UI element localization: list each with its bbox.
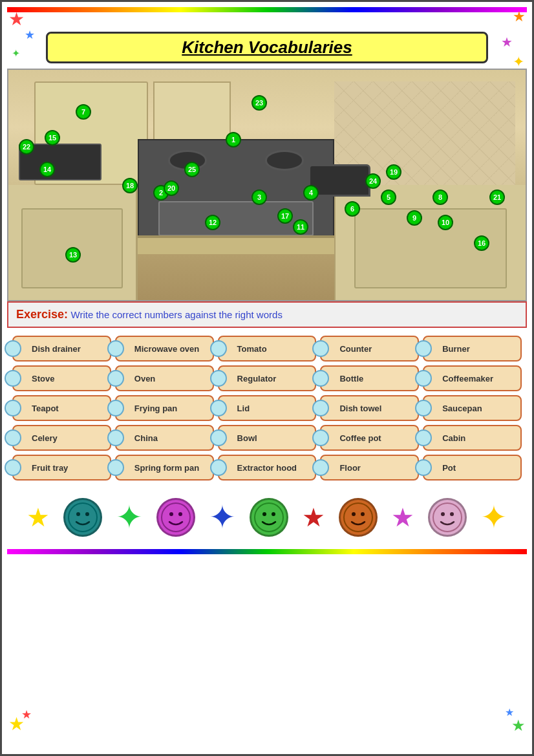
svg-point-0: [69, 503, 97, 532]
green-star-4pt: ✦: [116, 499, 143, 536]
num-label-8: 8: [433, 189, 448, 205]
svg-point-7: [262, 512, 266, 516]
num-label-17: 17: [277, 208, 293, 224]
answer-bubble-0-0[interactable]: [5, 340, 21, 357]
answer-bubble-0-4[interactable]: [415, 340, 432, 357]
purple-smiley-deco: [156, 498, 195, 537]
corner-star-tr: ★: [513, 8, 526, 25]
answer-bubble-3-0[interactable]: [5, 429, 21, 446]
answer-bubble-3-2[interactable]: [210, 429, 227, 446]
answer-bubble-1-2[interactable]: [210, 370, 227, 387]
vocab-cell-2-0: Teapot: [12, 395, 111, 421]
vocab-term-0-2: Tomato: [237, 344, 267, 354]
vocab-term-2-3: Dish towel: [339, 404, 381, 413]
vocab-cell-2-1: Frying pan: [115, 395, 214, 421]
rainbow-border-top: [7, 7, 527, 12]
answer-bubble-4-2[interactable]: [210, 459, 227, 476]
answer-bubble-2-0[interactable]: [5, 400, 21, 416]
vocab-term-0-4: Burner: [442, 344, 470, 354]
red-star-deco: ★: [302, 502, 325, 532]
vocab-cell-1-0: Stove: [12, 365, 111, 391]
purple-star-deco: ★: [391, 502, 414, 532]
svg-point-6: [255, 503, 283, 532]
vocab-term-0-1: Microwave oven: [134, 344, 199, 354]
num-label-1: 1: [226, 132, 241, 147]
pink-smiley-deco: [428, 498, 467, 537]
num-label-16: 16: [474, 235, 489, 251]
num-label-3: 3: [251, 189, 267, 205]
svg-point-5: [178, 512, 182, 516]
vocab-cell-4-1: Spring form pan: [115, 455, 214, 481]
kitchen-image-area: 1234567891011121314151617181920212223242…: [7, 69, 527, 301]
vocab-cell-1-2: Regulator: [218, 365, 317, 391]
exercise-text: Write the correct numbers against the ri…: [71, 309, 283, 320]
num-label-14: 14: [39, 162, 55, 177]
answer-bubble-1-0[interactable]: [5, 370, 21, 387]
answer-bubble-4-0[interactable]: [5, 459, 21, 476]
vocab-cell-3-2: Bowl: [218, 425, 317, 451]
svg-point-8: [272, 512, 275, 516]
vocab-cell-4-4: Pot: [423, 455, 522, 481]
vocab-cell-2-3: Dish towel: [320, 395, 419, 421]
kitchen-scene: 1234567891011121314151617181920212223242…: [8, 70, 526, 300]
answer-bubble-2-3[interactable]: [312, 400, 329, 416]
num-label-25: 25: [184, 162, 200, 177]
answer-bubble-4-4[interactable]: [415, 459, 432, 476]
vocab-cell-0-3: Counter: [320, 336, 419, 362]
answer-bubble-2-1[interactable]: [107, 400, 124, 416]
teal-smiley-deco: [63, 498, 102, 537]
answer-bubble-4-3[interactable]: [312, 459, 329, 476]
answer-bubble-3-1[interactable]: [107, 429, 124, 446]
answer-bubble-0-3[interactable]: [312, 340, 329, 357]
svg-point-10: [352, 512, 356, 516]
svg-point-2: [85, 512, 89, 516]
corner-star-tl2: ★: [25, 28, 35, 42]
answer-bubble-1-1[interactable]: [107, 370, 124, 387]
corner-star-tl3: ✦: [12, 47, 20, 59]
vocab-cell-3-0: Celery: [12, 425, 111, 451]
num-label-10: 10: [438, 215, 453, 230]
vocab-cell-3-4: Cabin: [423, 425, 522, 451]
corner-star-tl: ★: [8, 8, 25, 30]
vocab-cell-3-3: Coffee pot: [320, 425, 419, 451]
vocab-term-0-0: Dish drainer: [32, 344, 81, 354]
page-wrapper: ★ ★ ★ ★ ✦ ✦ Kitchen Vocabularies: [0, 0, 534, 756]
orange-smiley-deco: [339, 498, 378, 537]
page-title: Kitchen Vocabularies: [61, 38, 473, 58]
vocab-term-2-1: Frying pan: [134, 404, 177, 413]
answer-bubble-3-3[interactable]: [312, 429, 329, 446]
vocab-term-4-1: Spring form pan: [134, 463, 199, 473]
vocab-term-3-3: Coffee pot: [339, 433, 381, 443]
answer-bubble-2-2[interactable]: [210, 400, 227, 416]
answer-bubble-3-4[interactable]: [415, 429, 432, 446]
num-label-7: 7: [76, 104, 91, 120]
answer-bubble-1-3[interactable]: [312, 370, 329, 387]
vocab-term-4-0: Fruit tray: [32, 463, 68, 473]
num-label-6: 6: [345, 201, 360, 217]
vocab-term-1-3: Bottle: [339, 374, 363, 383]
answer-bubble-2-4[interactable]: [415, 400, 432, 416]
answer-bubble-0-1[interactable]: [107, 340, 124, 357]
exercise-label: Exercise:: [16, 308, 68, 321]
num-label-5: 5: [381, 189, 396, 205]
vocab-cell-2-4: Saucepan: [423, 395, 522, 421]
corner-star-tr3: ✦: [513, 54, 524, 70]
answer-bubble-1-4[interactable]: [415, 370, 432, 387]
vocab-term-3-1: China: [134, 433, 158, 443]
num-label-19: 19: [386, 164, 401, 180]
answer-bubble-4-1[interactable]: [107, 459, 124, 476]
vocab-term-3-4: Cabin: [442, 433, 465, 443]
vocab-term-3-0: Celery: [32, 433, 58, 443]
number-labels-overlay: 1234567891011121314151617181920212223242…: [8, 70, 526, 300]
svg-point-9: [344, 503, 372, 532]
vocab-term-1-0: Stove: [32, 374, 54, 383]
vocab-cell-0-0: Dish drainer: [12, 336, 111, 362]
vocab-term-4-4: Pot: [442, 463, 456, 473]
exercise-bar: Exercise: Write the correct numbers agai…: [7, 301, 527, 328]
answer-bubble-0-2[interactable]: [210, 340, 227, 357]
rainbow-border-bottom: [7, 549, 527, 554]
vocab-cell-1-3: Bottle: [320, 365, 419, 391]
corner-star-br2: ★: [505, 706, 514, 718]
title-box: Kitchen Vocabularies: [46, 32, 488, 63]
num-label-13: 13: [65, 247, 81, 263]
